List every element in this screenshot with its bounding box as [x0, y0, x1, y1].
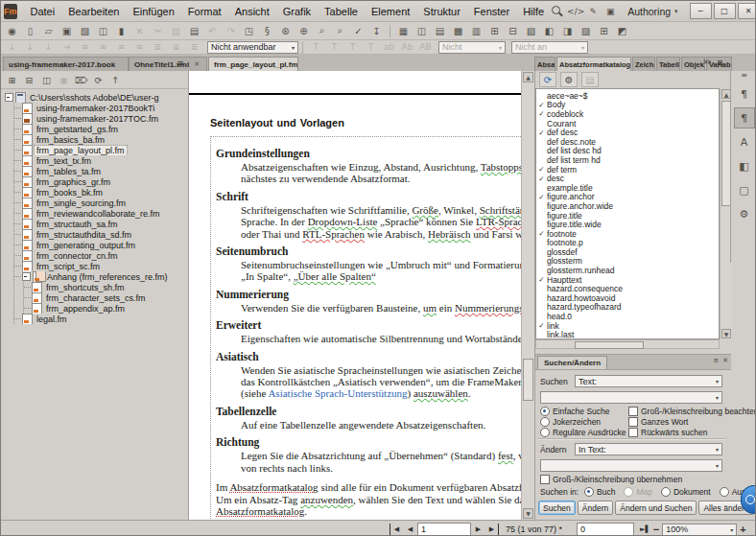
- format-list-item[interactable]: hazard.consequence: [536, 284, 719, 293]
- menu-struktur[interactable]: Struktur: [416, 3, 467, 20]
- anchor-icon[interactable]: ↧: [367, 24, 386, 38]
- tree-item[interactable]: frm_script_sc.fm: [14, 261, 188, 271]
- scroll-down-icon[interactable]: ▼: [523, 508, 533, 519]
- find-type-dropdown[interactable]: Text: ▾: [575, 375, 722, 387]
- open-icon[interactable]: ▱: [39, 24, 58, 38]
- scope-radio-dokument[interactable]: Dokument: [661, 487, 711, 497]
- conditional-text-icon[interactable]: §: [258, 24, 276, 38]
- tree-root[interactable]: C:\Users\sshots Adobe\DE\user-g: [5, 92, 188, 103]
- format-list-item[interactable]: hazard.howtoavoid: [536, 293, 719, 303]
- search-icon[interactable]: [551, 5, 563, 17]
- close-button[interactable]: ✕: [738, 3, 756, 19]
- tree-item[interactable]: frm_graphics_gr.fm: [14, 176, 188, 187]
- tree-item[interactable]: frm_character_sets_cs.fm: [24, 292, 188, 303]
- format-list-item[interactable]: Courant: [536, 119, 719, 128]
- character-catalog-icon[interactable]: A: [734, 131, 755, 152]
- find-next-icon[interactable]: ⌕: [331, 24, 349, 38]
- close-icon[interactable]: ✕: [722, 357, 728, 364]
- find-mode-radio[interactable]: Reguläre Ausdrücke: [540, 428, 628, 437]
- tree-item[interactable]: frm_structauthdita_sd.fm: [14, 229, 188, 240]
- find-button-3[interactable]: Ändern und Suchen: [615, 501, 697, 515]
- menu-element[interactable]: Element: [365, 3, 416, 20]
- tree-item[interactable]: frm_generating_output.fm: [14, 240, 188, 250]
- table-shade-icon[interactable]: ▧: [522, 24, 540, 38]
- menu-datei[interactable]: Datei: [24, 3, 62, 20]
- object-catalog-icon[interactable]: ▢: [734, 179, 755, 200]
- format-list-item[interactable]: def list desc hd: [536, 147, 719, 156]
- tab-overflow-icon[interactable]: >>: [703, 58, 711, 65]
- options-icon[interactable]: ⚙: [560, 72, 578, 87]
- text-frame-icon[interactable]: ◳: [240, 24, 258, 38]
- add-file-icon[interactable]: ⊞: [5, 73, 19, 86]
- format-list-item[interactable]: def desc.note: [536, 137, 719, 147]
- menu-einfügen[interactable]: Einfügen: [126, 3, 180, 20]
- tree-item[interactable]: legal.fm: [14, 314, 188, 324]
- format-list-item[interactable]: ✓link: [536, 321, 719, 331]
- update-book-icon[interactable]: ⟳: [91, 73, 106, 86]
- tree-item[interactable]: frm_single_sourcing.fm: [14, 198, 188, 208]
- scroll-up-icon[interactable]: ▲: [523, 72, 533, 82]
- menu-tabelle[interactable]: Tabelle: [318, 3, 365, 20]
- tree-item[interactable]: frm_tables_ta.fm: [14, 166, 188, 176]
- table-merge-icon[interactable]: ▩: [449, 24, 467, 38]
- paragraph-catalog-icon[interactable]: ¶: [734, 107, 755, 128]
- menu-grafik[interactable]: Grafik: [276, 3, 318, 20]
- tree-item[interactable]: frm_basics_ba.fm: [14, 134, 188, 145]
- copy-icon[interactable]: ▤: [185, 24, 203, 38]
- catalog-tab-absat[interactable]: Absat: [534, 57, 555, 71]
- find-icon[interactable]: ⌕: [313, 24, 331, 38]
- paragraph-designer-icon[interactable]: ¶: [734, 83, 755, 105]
- find-mode-radio[interactable]: Einfache Suche: [540, 407, 628, 416]
- table-row-below-icon[interactable]: ▤: [431, 24, 449, 38]
- minimize-button[interactable]: ─: [690, 3, 712, 19]
- format-list-item[interactable]: ✓def desc: [536, 128, 719, 137]
- format-list-item[interactable]: link.last: [536, 330, 719, 339]
- clone-case-checkbox[interactable]: Groß-/Kleinschreibung übernehmen: [540, 475, 682, 484]
- table-row-above-icon[interactable]: ◫: [413, 24, 431, 38]
- exclude-file-icon[interactable]: ⊟: [22, 73, 36, 86]
- format-list-item[interactable]: figure.title: [536, 211, 719, 221]
- paragraph-format-dropdown[interactable]: Nicht anwendbar ▾: [207, 41, 298, 54]
- save-icon[interactable]: ▣: [58, 24, 76, 38]
- menu-format[interactable]: Format: [181, 3, 228, 20]
- change-type-dropdown[interactable]: In Text: ▾: [575, 443, 722, 455]
- strip-menu-icon[interactable]: ≡: [731, 71, 756, 81]
- pen-icon[interactable]: ✎: [585, 5, 601, 18]
- tree-item[interactable]: frm_reviewandcollaborate_re.fm: [14, 208, 188, 219]
- format-list-item[interactable]: glossdef: [536, 247, 719, 257]
- catalog-menu-icon[interactable]: ≡: [717, 58, 723, 67]
- table-add-col-icon[interactable]: ⊞: [485, 24, 504, 38]
- format-list-item[interactable]: head.0: [536, 312, 719, 321]
- tree-item[interactable]: using-framemaker-2017TOC.fm: [14, 113, 188, 124]
- spellcheck-icon[interactable]: ✓: [349, 24, 367, 38]
- find-flag-checkbox[interactable]: Rückwärts suchen: [628, 428, 707, 437]
- previous-page-icon[interactable]: ◀: [404, 524, 416, 536]
- flow-icon[interactable]: ►▌: [640, 525, 650, 533]
- import-icon[interactable]: ▨: [76, 24, 94, 38]
- format-list-item[interactable]: glossterm: [536, 257, 719, 267]
- catalog-tab-zeich[interactable]: Zeich: [632, 57, 655, 71]
- collapse-icon[interactable]: [22, 272, 31, 281]
- help-icon[interactable]: ◉: [3, 24, 21, 38]
- table-del-col-icon[interactable]: ⊟: [504, 24, 522, 38]
- find-button-2[interactable]: Ändern: [578, 501, 613, 515]
- maximize-button[interactable]: □: [714, 3, 736, 19]
- format-list-item[interactable]: def list term hd: [536, 155, 719, 165]
- format-list-item[interactable]: ✓def term: [536, 165, 719, 175]
- lock-icon[interactable]: ▮: [112, 24, 130, 38]
- tree-item[interactable]: frm_getstarted_gs.fm: [14, 124, 188, 134]
- book-panel-tab[interactable]: using-framemaker-2017.book: [3, 57, 129, 71]
- catalog-tab-tabell[interactable]: Tabell: [656, 57, 680, 71]
- find-flag-checkbox[interactable]: Ganzes Wort: [628, 417, 688, 427]
- xml-view-icon[interactable]: </>: [568, 5, 583, 18]
- document-tab[interactable]: frm_page_layout_pl.fm✕: [208, 57, 298, 71]
- status-field[interactable]: 0: [577, 523, 634, 536]
- tree-item[interactable]: frm_connector_cn.fm: [14, 250, 188, 261]
- format-list-item[interactable]: figure.title.wide: [536, 220, 719, 229]
- find-text-input[interactable]: ▾: [540, 391, 722, 404]
- cross-reference-icon[interactable]: ⊛: [276, 24, 295, 38]
- format-list-item[interactable]: glossterm.runhead: [536, 266, 719, 275]
- find-change-tab[interactable]: Suchen/Ändern: [537, 356, 607, 369]
- find-flag-checkbox[interactable]: Groß-/Kleinschreibung beachten: [628, 407, 756, 416]
- print-icon[interactable]: ◫: [94, 24, 112, 38]
